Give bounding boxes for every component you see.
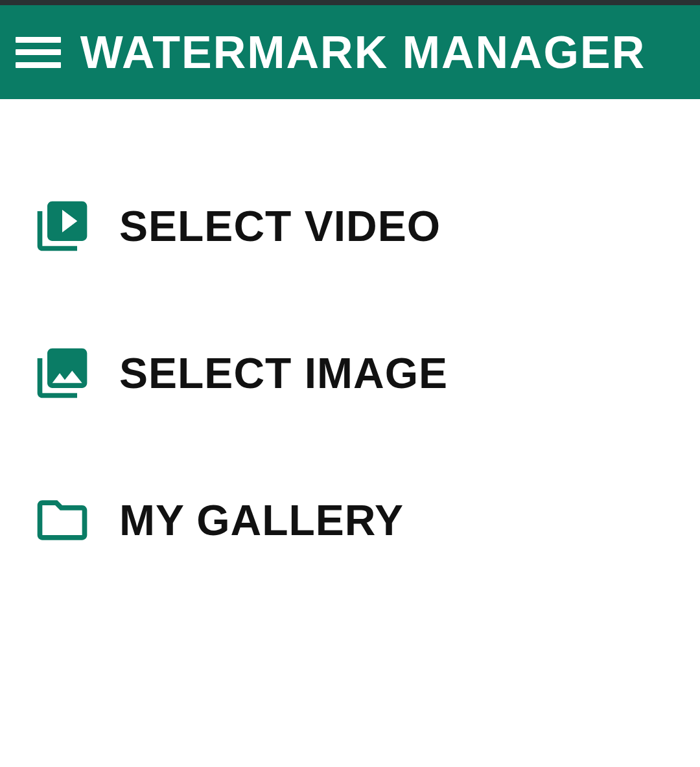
my-gallery-button[interactable]: MY GALLERY [32, 490, 668, 550]
menu-item-label: SELECT IMAGE [119, 349, 448, 398]
select-image-button[interactable]: SELECT IMAGE [32, 343, 668, 403]
status-bar [0, 0, 700, 5]
video-library-icon [32, 196, 92, 256]
app-bar: WATERMARK MANAGER [0, 5, 700, 99]
menu-item-label: SELECT VIDEO [119, 201, 441, 251]
select-video-button[interactable]: SELECT VIDEO [32, 196, 668, 256]
main-content: SELECT VIDEO SELECT IMAGE MY GALLERY [0, 99, 700, 550]
menu-item-label: MY GALLERY [119, 496, 404, 545]
folder-icon [32, 490, 92, 550]
app-title: WATERMARK MANAGER [41, 27, 684, 78]
image-library-icon [32, 343, 92, 403]
